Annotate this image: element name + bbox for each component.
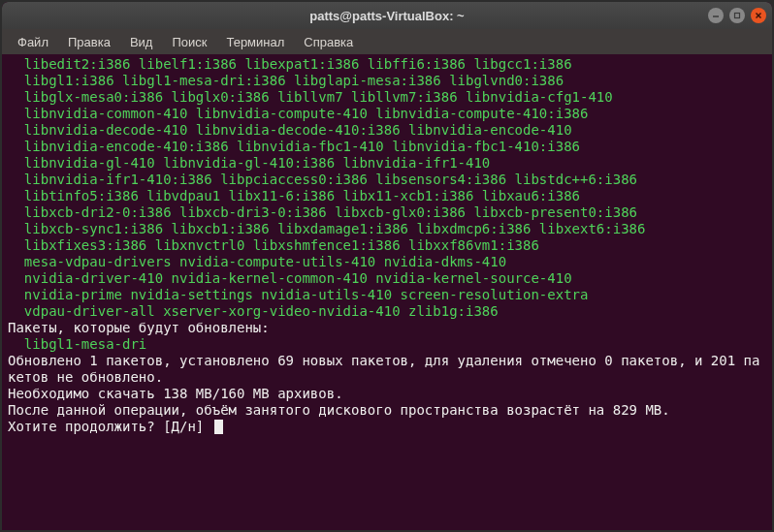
upgrade-pkg: libgl1-mesa-dri: [8, 336, 146, 352]
pkg-line: libglx-mesa0:i386 libglx0:i386 libllvm7 …: [8, 89, 613, 105]
svg-rect-1: [735, 14, 740, 18]
menu-terminal[interactable]: Терминал: [218, 32, 292, 52]
window-controls: [708, 8, 766, 23]
summary-line: Необходимо скачать 138 MB/160 MB архивов…: [8, 386, 343, 401]
pkg-line: libgl1:i386 libgl1-mesa-dri:i386 libglap…: [8, 73, 564, 88]
pkg-line: mesa-vdpau-drivers nvidia-compute-utils-…: [8, 254, 506, 269]
pkg-line: libnvidia-common-410 libnvidia-compute-4…: [8, 106, 588, 121]
menubar: Файл Правка Вид Поиск Терминал Справка: [2, 29, 772, 54]
pkg-line: libxcb-sync1:i386 libxcb1:i386 libxdamag…: [8, 221, 645, 236]
pkg-line: libxfixes3:i386 libxnvctrl0 libxshmfence…: [8, 237, 539, 253]
pkg-line: vdpau-driver-all xserver-xorg-video-nvid…: [8, 303, 499, 319]
pkg-line: nvidia-prime nvidia-settings nvidia-util…: [8, 287, 588, 302]
cursor-icon: [214, 420, 223, 434]
pkg-line: libnvidia-encode-410:i386 libnvidia-fbc1…: [8, 139, 580, 154]
pkg-line: nvidia-driver-410 nvidia-kernel-common-4…: [8, 270, 572, 286]
pkg-line: libnvidia-gl-410 libnvidia-gl-410:i386 l…: [8, 155, 490, 171]
minimize-button[interactable]: [708, 8, 724, 23]
upgrade-header: Пакеты, которые будут обновлены:: [8, 320, 270, 335]
titlebar[interactable]: patts@patts-VirtualBox: ~: [2, 2, 772, 29]
pkg-line: libedit2:i386 libelf1:i386 libexpat1:i38…: [8, 56, 572, 72]
terminal-window: patts@patts-VirtualBox: ~ Файл Правка Ви…: [2, 2, 772, 530]
menu-search[interactable]: Поиск: [164, 32, 214, 52]
close-button[interactable]: [751, 8, 766, 23]
menu-edit[interactable]: Правка: [60, 32, 118, 52]
pkg-line: libnvidia-ifr1-410:i386 libpciaccess0:i3…: [8, 172, 637, 187]
pkg-line: libxcb-dri2-0:i386 libxcb-dri3-0:i386 li…: [8, 204, 637, 220]
maximize-button[interactable]: [729, 8, 745, 23]
continue-prompt: Хотите продолжить? [Д/н]: [8, 419, 212, 434]
menu-file[interactable]: Файл: [10, 32, 56, 52]
menu-view[interactable]: Вид: [122, 32, 161, 52]
menu-help[interactable]: Справка: [296, 32, 361, 52]
terminal-output[interactable]: libedit2:i386 libelf1:i386 libexpat1:i38…: [2, 54, 772, 530]
summary-line: После данной операции, объём занятого ди…: [8, 402, 670, 418]
pkg-line: libnvidia-decode-410 libnvidia-decode-41…: [8, 122, 572, 138]
window-title: patts@patts-VirtualBox: ~: [309, 9, 464, 23]
pkg-line: libtinfo5:i386 libvdpau1 libx11-6:i386 l…: [8, 188, 580, 203]
summary-line: Обновлено 1 пакетов, установлено 69 новы…: [8, 353, 759, 385]
